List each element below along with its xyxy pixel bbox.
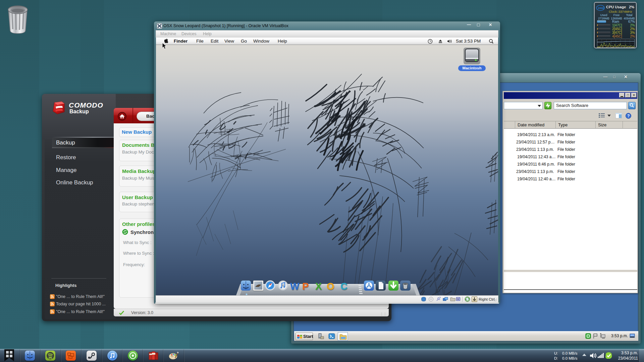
svg-text:intel: intel [598, 6, 604, 10]
svg-text:V: V [457, 298, 459, 301]
svg-text:?: ? [627, 114, 630, 118]
